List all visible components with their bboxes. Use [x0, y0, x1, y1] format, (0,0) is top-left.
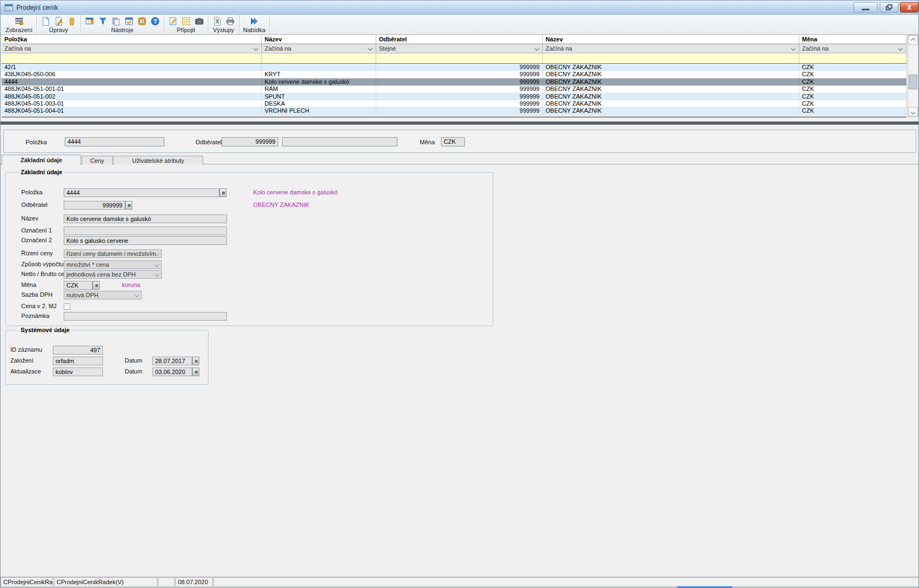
grid-row[interactable]: 488JK045-051-002SPUNT999999OBECNY ZAKAZN… — [2, 93, 906, 100]
minimize-button[interactable] — [854, 2, 878, 13]
scroll-up-icon[interactable] — [908, 35, 918, 45]
excel-icon[interactable]: X — [212, 16, 222, 26]
toolbar-group-icons — [168, 15, 204, 27]
copy-icon[interactable] — [111, 16, 121, 26]
tab-ceny[interactable]: Ceny — [82, 156, 113, 164]
polozka-key-label: Položka — [26, 138, 47, 147]
field-input[interactable]: 497 — [53, 346, 103, 354]
list-icon[interactable] — [181, 16, 191, 26]
table-settings-icon[interactable] — [85, 16, 95, 26]
odberatel-name-field[interactable] — [282, 137, 397, 146]
grid-row[interactable]: 438JK045-050-006KRYT999999OBECNY ZAKAZNI… — [2, 71, 906, 78]
filter-icon[interactable] — [98, 16, 108, 26]
lookup-button[interactable] — [125, 201, 132, 210]
grid-cell: RÁM — [262, 85, 376, 93]
field-input[interactable] — [64, 226, 227, 235]
statusbar-segment: CProdejniCenikRadek(V) — [54, 577, 157, 587]
grid-row[interactable]: 488JK045-051-001-01RÁM999999OBECNY ZAKAZ… — [2, 85, 906, 93]
field-select[interactable]: nulová DPH — [64, 291, 142, 299]
print-icon[interactable] — [225, 16, 235, 26]
grid-cell: 488JK045-051-002 — [2, 93, 262, 100]
filter-operator-dropdown[interactable]: Začíná na — [799, 44, 906, 53]
field-description-text: OBECNY ZAKAZNIK — [253, 201, 309, 208]
chevron-down-icon — [155, 272, 159, 277]
grid-cell: 4444 — [2, 78, 262, 85]
grid-column-header[interactable]: Název — [262, 35, 376, 44]
lookup-button[interactable] — [93, 281, 100, 290]
field-input[interactable] — [64, 312, 227, 321]
tab-u-ivatelsk-atributy[interactable]: Uživatelské atributy — [113, 156, 203, 164]
toolbar-group-5: Nabídka — [240, 15, 270, 34]
grid-cell: 488JK045-051-004-01 — [2, 107, 262, 114]
scroll-down-icon[interactable] — [908, 107, 918, 117]
filter-operator-dropdown[interactable]: Začíná na — [543, 44, 799, 53]
field-input[interactable]: 999999 — [64, 201, 125, 210]
field-select[interactable]: jednotková cena bez DPH — [64, 270, 162, 279]
form-row: Označení 2Kolo s galusko cervene — [5, 236, 493, 246]
field-select[interactable]: řízení ceny datumem i množstvím — [64, 249, 162, 258]
grid-column-header[interactable]: Odběratel — [376, 35, 543, 44]
scrollbar-thumb[interactable] — [909, 75, 917, 89]
datum-input[interactable]: 03.06.2020 — [152, 367, 192, 376]
grid-scrollbar[interactable] — [908, 35, 918, 117]
form-row: MěnaCZKkoruna — [5, 281, 493, 290]
filter-operator-dropdown[interactable]: Začíná na — [2, 44, 262, 53]
filter-value-input[interactable] — [2, 53, 262, 63]
grid-row[interactable]: 42/1999999OBECNY ZAKAZNIKCZK — [2, 64, 906, 71]
filter-value-input[interactable] — [262, 53, 376, 63]
grid-row[interactable]: 488JK045-051-003-01DESKA999999OBECNY ZAK… — [2, 100, 906, 107]
grid-cell: CZK — [799, 78, 906, 85]
grid-row[interactable]: 4444Kolo cervene damske s galuskó999999O… — [2, 78, 906, 85]
grid-cell: OBECNY ZAKAZNIK — [543, 78, 799, 85]
detail-key-panel: Položka 4444 Odběratel 999999 Měna CZK — [3, 130, 916, 153]
history-icon[interactable] — [137, 16, 147, 26]
view-grid-icon[interactable] — [14, 16, 24, 26]
tab-z-kladn-daje[interactable]: Základní údaje — [2, 155, 81, 165]
odberatel-key-field[interactable]: 999999 — [222, 137, 278, 146]
grid-column-header[interactable]: Položka — [2, 35, 262, 44]
new-record-icon[interactable] — [41, 16, 51, 26]
grid-filter-row: Začíná naZačíná naStejnéZačíná naZačíná … — [2, 44, 906, 53]
field-select[interactable]: množství * cena — [64, 260, 162, 269]
grid-row[interactable]: 488JK045-051-004-01VRCHNI PLECH999999OBE… — [2, 107, 906, 114]
close-button[interactable]: X — [900, 2, 918, 13]
field-input[interactable]: koblov — [53, 367, 103, 376]
grid-cell: 438JK045-050-006 — [2, 71, 262, 78]
checkbox[interactable] — [64, 303, 70, 310]
window-title: Prodejní ceník — [16, 4, 58, 11]
edit-record-icon[interactable] — [54, 16, 64, 26]
calendar-button[interactable] — [192, 357, 199, 365]
field-input[interactable]: 4444 — [64, 188, 219, 197]
grid-cell: 999999 — [376, 78, 543, 85]
filter-value-input[interactable] — [543, 53, 799, 63]
delete-record-icon[interactable] — [67, 16, 77, 26]
basic-data-groupbox: Základní údaje Položka4444Kolo cervene d… — [5, 172, 493, 326]
calendar-button[interactable] — [192, 367, 199, 376]
camera-icon[interactable] — [194, 16, 204, 26]
field-input[interactable]: Kolo cervene damske s galuskó — [64, 215, 227, 223]
menu-arrows-icon[interactable] — [249, 16, 259, 26]
note-icon[interactable] — [168, 16, 178, 26]
field-input[interactable]: orfadm — [53, 357, 103, 365]
help-icon[interactable]: ? — [150, 16, 160, 26]
grid-column-header[interactable]: Měna — [799, 35, 906, 44]
datum-input[interactable]: 28.07.2017 — [152, 357, 192, 365]
toolbar-group-label: Nástroje — [111, 27, 133, 34]
splitter-handle[interactable] — [1, 121, 919, 125]
filter-operator-dropdown[interactable]: Začíná na — [262, 44, 376, 53]
lookup-button[interactable] — [219, 188, 226, 197]
grid-column-header[interactable]: Název — [543, 35, 799, 44]
filter-operator-dropdown[interactable]: Stejné — [376, 44, 543, 53]
field-input[interactable]: CZK — [64, 281, 93, 290]
filter-operator-label: Stejné — [379, 45, 396, 52]
check-date-icon[interactable] — [124, 16, 134, 26]
chevron-down-icon — [155, 262, 159, 267]
restore-button[interactable] — [880, 2, 898, 13]
title-bar: Prodejní ceník X — [1, 1, 918, 15]
statusbar-segment: 08.07.2020 — [175, 577, 213, 587]
mena-key-field[interactable]: CZK — [441, 137, 465, 146]
field-input[interactable]: Kolo s galusko cervene — [64, 236, 227, 245]
filter-value-input[interactable] — [799, 53, 906, 63]
filter-value-input[interactable] — [376, 53, 543, 63]
polozka-key-field[interactable]: 4444 — [65, 137, 164, 146]
